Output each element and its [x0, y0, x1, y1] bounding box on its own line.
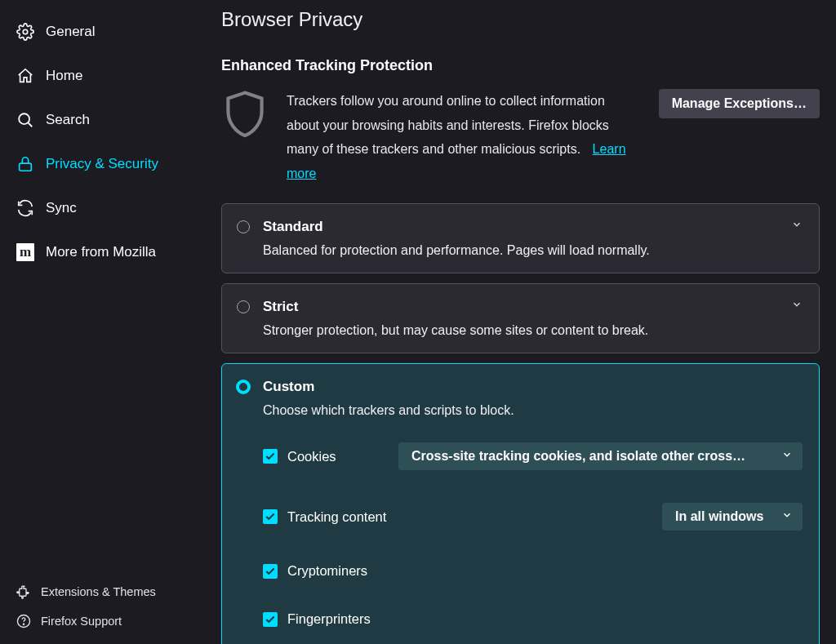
- sidebar-item-label: Sync: [46, 200, 77, 216]
- sync-icon: [16, 199, 34, 217]
- manage-exceptions-button[interactable]: Manage Exceptions…: [659, 89, 820, 118]
- svg-line-2: [29, 123, 33, 127]
- chevron-down-icon[interactable]: [791, 299, 803, 313]
- checkbox-label: Cryptominers: [287, 563, 367, 579]
- help-icon: [16, 614, 31, 628]
- custom-row-tracking: Tracking content In all windows: [263, 486, 803, 547]
- sidebar-item-label: More from Mozilla: [46, 244, 156, 260]
- svg-rect-3: [20, 163, 32, 171]
- section-title: Enhanced Tracking Protection: [221, 57, 820, 74]
- custom-row-fingerprinters: Fingerprinters: [263, 595, 803, 643]
- chevron-down-icon[interactable]: [791, 219, 803, 233]
- sidebar-item-label: General: [46, 24, 95, 40]
- option-description: Choose which trackers and scripts to blo…: [263, 403, 803, 418]
- option-description: Stronger protection, but may cause some …: [263, 323, 803, 338]
- option-title: Custom: [263, 379, 803, 395]
- protection-option-strict[interactable]: Strict Stronger protection, but may caus…: [221, 283, 820, 353]
- sidebar: General Home Search Privacy & Security: [0, 0, 208, 644]
- checkbox-cookies[interactable]: [263, 449, 278, 464]
- radio-icon[interactable]: [236, 380, 251, 394]
- sidebar-item-home[interactable]: Home: [0, 54, 208, 98]
- home-icon: [16, 67, 34, 85]
- protection-option-custom[interactable]: Custom Choose which trackers and scripts…: [221, 363, 820, 644]
- svg-point-0: [23, 29, 28, 34]
- sidebar-item-extensions[interactable]: Extensions & Themes: [0, 577, 208, 606]
- checkbox-label: Cookies: [287, 449, 336, 464]
- cookies-select[interactable]: Cross-site tracking cookies, and isolate…: [398, 442, 803, 470]
- checkbox-tracking[interactable]: [263, 509, 278, 524]
- checkbox-label: Fingerprinters: [287, 611, 371, 627]
- radio-icon[interactable]: [237, 300, 250, 313]
- option-title: Standard: [263, 219, 803, 235]
- sidebar-item-label: Search: [46, 112, 90, 128]
- sidebar-item-support[interactable]: Firefox Support: [0, 606, 208, 636]
- option-title: Strict: [263, 299, 803, 315]
- chevron-down-icon: [781, 449, 793, 464]
- search-icon: [16, 111, 34, 129]
- sidebar-item-more-mozilla[interactable]: m More from Mozilla: [0, 230, 208, 274]
- sidebar-item-privacy-security[interactable]: Privacy & Security: [0, 142, 208, 186]
- checkbox-label: Tracking content: [287, 509, 386, 525]
- sidebar-item-search[interactable]: Search: [0, 98, 208, 142]
- option-description: Balanced for protection and performance.…: [263, 243, 803, 258]
- checkbox-fingerprinters[interactable]: [263, 612, 278, 627]
- svg-point-5: [23, 624, 24, 624]
- custom-row-cryptominers: Cryptominers: [263, 547, 803, 595]
- main-content: Browser Privacy Enhanced Tracking Protec…: [208, 0, 836, 644]
- chevron-down-icon: [781, 509, 793, 524]
- sidebar-item-label: Home: [46, 68, 82, 84]
- sidebar-item-label: Extensions & Themes: [41, 585, 156, 598]
- custom-row-cookies: Cookies Cross-site tracking cookies, and…: [263, 424, 803, 486]
- shield-icon: [221, 89, 269, 146]
- lock-icon: [16, 155, 34, 173]
- puzzle-icon: [16, 584, 31, 599]
- mozilla-icon: m: [16, 243, 34, 261]
- gear-icon: [16, 23, 34, 41]
- protection-option-standard[interactable]: Standard Balanced for protection and per…: [221, 203, 820, 273]
- intro-text: Trackers follow you around online to col…: [287, 89, 641, 185]
- sidebar-item-label: Firefox Support: [41, 615, 122, 628]
- svg-point-1: [19, 113, 29, 124]
- sidebar-item-sync[interactable]: Sync: [0, 186, 208, 230]
- radio-icon[interactable]: [237, 220, 250, 233]
- tracking-select[interactable]: In all windows: [662, 503, 803, 531]
- checkbox-cryptominers[interactable]: [263, 564, 278, 579]
- sidebar-item-label: Privacy & Security: [46, 156, 158, 172]
- page-title: Browser Privacy: [221, 8, 820, 31]
- sidebar-item-general[interactable]: General: [0, 10, 208, 54]
